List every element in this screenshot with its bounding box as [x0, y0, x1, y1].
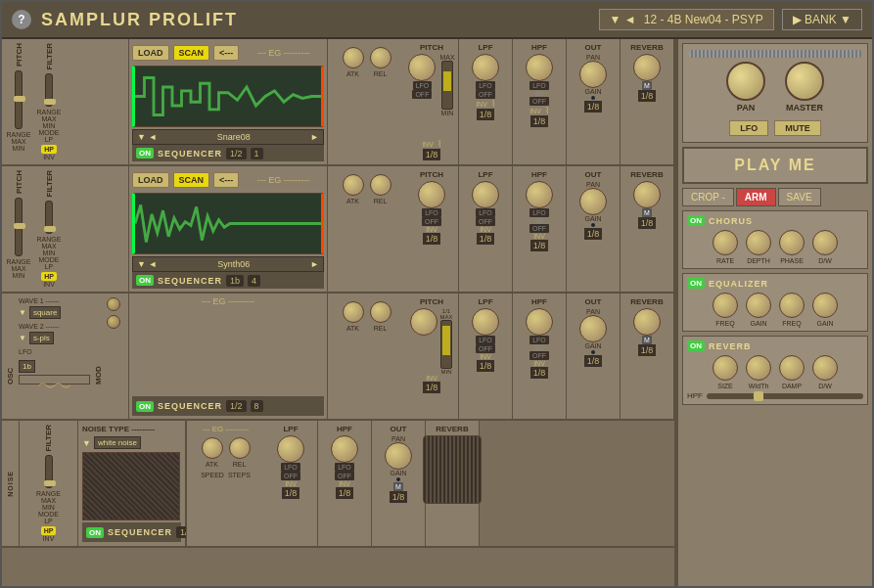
- lpf-knob-3[interactable]: [472, 308, 499, 336]
- filter-slider-2[interactable]: [45, 201, 53, 234]
- on-badge-4[interactable]: ON: [86, 527, 104, 538]
- lfo-button[interactable]: LFO: [729, 120, 768, 136]
- atk-knob-1[interactable]: [343, 47, 364, 68]
- help-button[interactable]: ?: [12, 10, 31, 29]
- arm-button[interactable]: ARM: [736, 188, 776, 206]
- reverb-hpf-slider[interactable]: [707, 393, 863, 399]
- hp-button-2[interactable]: HP: [41, 272, 57, 281]
- noise-type-value[interactable]: white noise: [94, 436, 141, 449]
- on-badge-1[interactable]: ON: [136, 148, 154, 158]
- arrow-left-2[interactable]: ▼ ◄: [137, 259, 157, 269]
- arrow-left-1[interactable]: ▼ ◄: [137, 132, 157, 142]
- save-button[interactable]: SAVE: [778, 188, 821, 206]
- reverb-knob-2[interactable]: [633, 181, 661, 208]
- scan-button-1[interactable]: SCAN: [173, 45, 210, 61]
- atk-knob-3[interactable]: [343, 301, 364, 323]
- hp-button[interactable]: HP: [41, 145, 57, 154]
- pan-knob-3[interactable]: [579, 315, 607, 342]
- arrow-right-1[interactable]: ►: [310, 132, 319, 142]
- pitch-slider-2[interactable]: [15, 198, 23, 256]
- reverb-knob-1[interactable]: [633, 54, 661, 81]
- hpf-knob-4[interactable]: [331, 435, 358, 463]
- rel-knob-3[interactable]: [370, 301, 391, 323]
- chorus-on[interactable]: ON: [687, 215, 705, 226]
- lpf-inv-1[interactable]: INV: [476, 101, 487, 108]
- chorus-depth-knob[interactable]: [746, 230, 771, 255]
- header-arrows[interactable]: ▼ ◄: [610, 13, 636, 26]
- chorus-rate-knob[interactable]: [713, 230, 738, 255]
- atk-knob-4[interactable]: [202, 437, 223, 459]
- master-vol-knob[interactable]: [785, 62, 824, 101]
- m-badge-out-4[interactable]: M: [393, 482, 403, 491]
- load-button-2[interactable]: LOAD: [132, 172, 169, 188]
- reverb-knob-3[interactable]: [633, 308, 661, 336]
- lpf-off-2: OFF: [476, 217, 495, 226]
- reverb-dw-knob[interactable]: [812, 355, 838, 381]
- speed-val-1[interactable]: 1/2: [226, 148, 247, 159]
- reverb-damp-knob[interactable]: [779, 355, 805, 381]
- pitch-inv-1[interactable]: INV: [422, 141, 434, 148]
- pitch-knob-2[interactable]: [418, 181, 445, 208]
- reverb-size-knob[interactable]: [713, 355, 738, 381]
- crop-button[interactable]: CROP -: [682, 188, 734, 206]
- steps-val-3[interactable]: 8: [251, 400, 263, 412]
- track1-eg-section: ATK REL: [327, 39, 405, 164]
- mod-knob-3b[interactable]: [107, 315, 120, 329]
- on-badge-3[interactable]: ON: [136, 401, 154, 412]
- on-badge-2[interactable]: ON: [136, 275, 154, 286]
- wave1-select[interactable]: square: [29, 306, 61, 319]
- eq-freq2-knob[interactable]: [779, 293, 805, 318]
- reverb-hpf-label: HPF: [687, 391, 703, 400]
- pitch-knob-1[interactable]: [408, 54, 436, 81]
- speed-val-2[interactable]: 1b: [226, 275, 244, 287]
- master-pan-knob[interactable]: [726, 62, 765, 101]
- pan-knob-1[interactable]: [579, 61, 607, 88]
- atk-knob-2[interactable]: [343, 174, 364, 196]
- arrow-right-2[interactable]: ►: [310, 259, 319, 269]
- play-me-button[interactable]: PLAY ME: [682, 147, 868, 184]
- back-button-1[interactable]: <---: [213, 45, 239, 61]
- lpf-title-1: LPF: [478, 43, 492, 52]
- lpf-knob-2[interactable]: [472, 181, 499, 208]
- reverb-on[interactable]: ON: [687, 340, 705, 351]
- noise-filter-slider[interactable]: [45, 455, 53, 488]
- rel-knob-2[interactable]: [370, 174, 391, 196]
- pitch-slider[interactable]: [15, 70, 23, 129]
- rel-knob-4[interactable]: [229, 437, 251, 459]
- lpf-knob-1[interactable]: [472, 54, 499, 81]
- pitch-slider-3[interactable]: [440, 320, 452, 369]
- bank-button[interactable]: ▶ BANK ▼: [782, 9, 862, 30]
- hp-button-4[interactable]: HP: [41, 526, 57, 535]
- mod-knob-3a[interactable]: [107, 297, 120, 311]
- rel-knob-1[interactable]: [370, 47, 391, 68]
- hpf-knob-2[interactable]: [526, 181, 553, 208]
- hpf-inv-1[interactable]: INV: [529, 108, 541, 114]
- eq-on[interactable]: ON: [687, 278, 705, 289]
- load-button-1[interactable]: LOAD: [132, 45, 169, 61]
- reverb-width-knob[interactable]: [746, 355, 771, 381]
- pitch-inv-btn-2[interactable]: INV: [426, 226, 437, 233]
- scan-button-2[interactable]: SCAN: [173, 172, 210, 188]
- steps-val-2[interactable]: 4: [248, 275, 260, 287]
- pitch-knob-3[interactable]: [410, 308, 437, 336]
- back-button-2[interactable]: <---: [213, 172, 239, 188]
- hpf-knob-3[interactable]: [526, 308, 553, 336]
- filter-slider[interactable]: [45, 73, 53, 107]
- steps-val-1[interactable]: 1: [251, 148, 263, 159]
- eq-freq1-knob[interactable]: [713, 293, 738, 318]
- mute-button[interactable]: MUTE: [774, 120, 821, 136]
- reverb-m-1[interactable]: M: [642, 81, 652, 90]
- eq-gain2-knob[interactable]: [812, 293, 838, 318]
- pan-knob-4[interactable]: [385, 442, 412, 470]
- pitch-range-slider-1[interactable]: [441, 61, 453, 110]
- wave2-select[interactable]: s-pls: [29, 332, 54, 344]
- pan-knob-2[interactable]: [579, 188, 607, 215]
- speed-val-3[interactable]: 1/2: [226, 400, 247, 412]
- hpf-knob-1[interactable]: [526, 54, 553, 81]
- lfo-val-3[interactable]: 1b: [19, 360, 35, 373]
- preset-display[interactable]: ▼ ◄ 12 - 4B New04 - PSYP: [599, 9, 774, 30]
- chorus-phase-knob[interactable]: [779, 230, 805, 255]
- chorus-dw-knob[interactable]: [812, 230, 838, 255]
- lpf-knob-4[interactable]: [277, 435, 304, 463]
- eq-gain1-knob[interactable]: [746, 293, 771, 318]
